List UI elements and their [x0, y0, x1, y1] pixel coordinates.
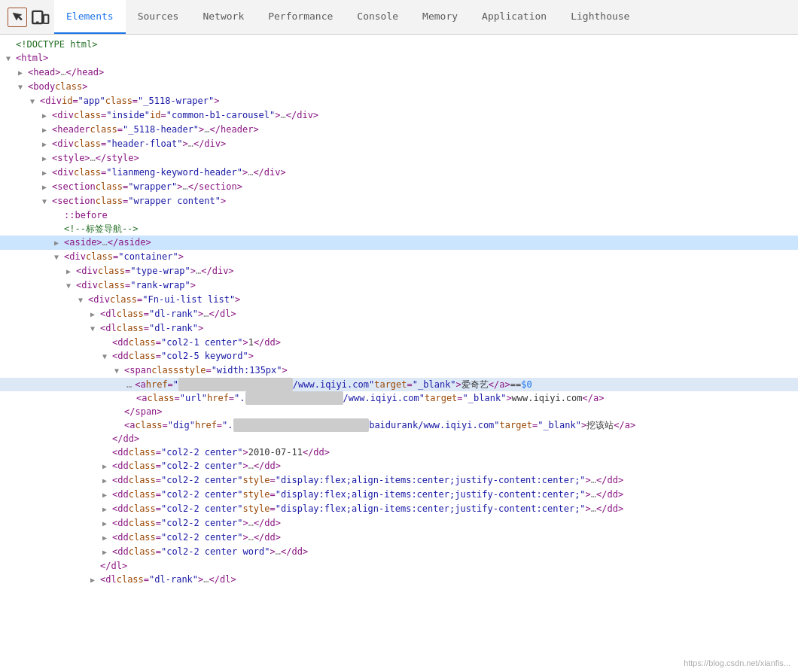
- dom-line-section-wrapper-content[interactable]: <section class="wrapper content">: [0, 194, 798, 208]
- expand-arrow[interactable]: [90, 322, 99, 336]
- dom-line-aside[interactable]: <aside>…</aside>: [0, 236, 798, 250]
- expand-arrow[interactable]: [102, 517, 111, 531]
- dom-line-section-wrapper[interactable]: <section class="wrapper">…</section>: [0, 180, 798, 194]
- dom-tree-panel[interactable]: <!DOCTYPE html> <html> <head>…</head> <b…: [0, 35, 798, 672]
- expand-arrow[interactable]: [6, 52, 15, 65]
- dom-line-comment[interactable]: <!--标签导航-->: [0, 222, 798, 236]
- dom-line-dl-rank-1[interactable]: <dl class="dl-rank">…</dl>: [0, 307, 798, 321]
- dom-line-close-dl[interactable]: </dl>: [0, 559, 798, 573]
- expand-arrow[interactable]: [54, 251, 63, 264]
- dom-line-type-wrap[interactable]: <div class="type-wrap">…</div>: [0, 264, 798, 278]
- expand-arrow[interactable]: [102, 460, 111, 473]
- dom-line-doctype[interactable]: <!DOCTYPE html>: [0, 38, 798, 51]
- dom-line-close-dd[interactable]: </dd>: [0, 432, 798, 445]
- dom-line-dd-flex-2[interactable]: <dd class="col2-2 center" style="display…: [0, 488, 798, 502]
- dom-line-dd-col2-2-2[interactable]: <dd class="col2-2 center">…</dd>: [0, 516, 798, 531]
- dom-line-html[interactable]: <html>: [0, 51, 798, 65]
- dom-line-dd-col2-2-1[interactable]: <dd class="col2-2 center">…</dd>: [0, 459, 798, 473]
- expand-arrow[interactable]: [18, 66, 27, 80]
- dom-line-dd-col2-2-3[interactable]: <dd class="col2-2 center">…</dd>: [0, 531, 798, 545]
- expand-arrow[interactable]: [42, 152, 51, 166]
- dom-line-before[interactable]: ::before: [0, 208, 798, 222]
- watermark: https://blog.csdn.net/xianfis...: [684, 658, 790, 667]
- tab-application[interactable]: Application: [470, 0, 559, 34]
- dom-line-dd-flex-1[interactable]: <dd class="col2-2 center" style="display…: [0, 473, 798, 488]
- tab-network[interactable]: Network: [190, 0, 256, 34]
- dom-line-body[interactable]: <body class>: [0, 80, 798, 94]
- dom-line-close-span[interactable]: </span>: [0, 405, 798, 418]
- expand-arrow[interactable]: [42, 181, 51, 194]
- svg-rect-1: [44, 14, 49, 23]
- dom-line-dl-rank-2[interactable]: <dl class="dl-rank">: [0, 321, 798, 336]
- expand-arrow[interactable]: [78, 293, 87, 307]
- expand-arrow[interactable]: [42, 123, 51, 137]
- device-toolbar-button[interactable]: [30, 8, 50, 27]
- expand-arrow[interactable]: [102, 350, 111, 363]
- expand-arrow[interactable]: [102, 546, 111, 559]
- dom-line-lianmeng[interactable]: <div class="lianmeng-keyword-header">…</…: [0, 166, 798, 180]
- dom-line-dd-col2-1[interactable]: <dd class="col2-1 center">1</dd>: [0, 336, 798, 349]
- dom-line-span-width[interactable]: <span class style="width:135px">: [0, 363, 798, 378]
- expand-arrow[interactable]: [18, 81, 27, 94]
- dom-line-dd-word[interactable]: <dd class="col2-2 center word">…</dd>: [0, 545, 798, 559]
- expand-arrow[interactable]: [42, 195, 51, 208]
- expand-arrow[interactable]: [102, 474, 111, 488]
- expand-arrow[interactable]: [54, 236, 63, 250]
- dom-line-header[interactable]: <header class="_5118-header">…</header>: [0, 123, 798, 137]
- dom-line-fn-ui-list[interactable]: <div class="Fn-ui-list list">: [0, 293, 798, 307]
- tab-sources[interactable]: Sources: [126, 0, 191, 34]
- dom-line-inside[interactable]: <div class="inside" id="common-b1-carous…: [0, 108, 798, 123]
- expand-arrow[interactable]: [30, 95, 39, 108]
- dom-line-anchor-dig[interactable]: <a class="dig" href=". baidurank/www.iqi…: [0, 418, 798, 432]
- dom-line-anchor-url[interactable]: <a class="url" href=". /www.iqiyi.com" t…: [0, 391, 798, 405]
- tab-elements[interactable]: Elements: [54, 0, 126, 34]
- dom-line-anchor-iqiyi[interactable]: … <a href=" /www.iqiyi.com" target="_bla…: [0, 378, 798, 391]
- dom-line-header-float[interactable]: <div class="header-float">…</div>: [0, 137, 798, 151]
- dom-line-head[interactable]: <head>…</head>: [0, 65, 798, 80]
- dom-line-div-app[interactable]: <div id="app" class="_5118-wraper">: [0, 94, 798, 108]
- expand-arrow[interactable]: [102, 531, 111, 545]
- inspect-element-button[interactable]: [8, 8, 27, 27]
- tab-memory[interactable]: Memory: [410, 0, 470, 34]
- expand-arrow[interactable]: [42, 166, 51, 180]
- dom-line-rank-wrap[interactable]: <div class="rank-wrap">: [0, 278, 798, 293]
- dom-line-dd-date[interactable]: <dd class="col2-2 center">2010-07-11</dd…: [0, 445, 798, 459]
- dom-line-container[interactable]: <div class="container">: [0, 250, 798, 264]
- tab-performance[interactable]: Performance: [256, 0, 345, 34]
- expand-arrow[interactable]: [114, 364, 123, 378]
- toolbar-icons: [3, 8, 54, 27]
- tab-list: Elements Sources Network Performance Con…: [54, 0, 641, 34]
- dom-line-dl-rank-3[interactable]: <dl class="dl-rank">…</dl>: [0, 573, 798, 587]
- expand-arrow[interactable]: [90, 573, 99, 587]
- expand-arrow[interactable]: [42, 138, 51, 151]
- dom-line-dd-flex-3[interactable]: <dd class="col2-2 center" style="display…: [0, 502, 798, 516]
- tab-lighthouse[interactable]: Lighthouse: [559, 0, 641, 34]
- expand-arrow[interactable]: [90, 308, 99, 321]
- expand-arrow[interactable]: [102, 488, 111, 502]
- expand-arrow[interactable]: [66, 265, 75, 278]
- toolbar: Elements Sources Network Performance Con…: [0, 0, 798, 35]
- expand-arrow[interactable]: [42, 109, 51, 123]
- dom-line-dd-keyword[interactable]: <dd class="col2-5 keyword">: [0, 349, 798, 363]
- expand-arrow[interactable]: [102, 503, 111, 516]
- tab-console[interactable]: Console: [345, 0, 410, 34]
- expand-arrow[interactable]: [66, 279, 75, 293]
- dom-line-style[interactable]: <style>…</style>: [0, 151, 798, 166]
